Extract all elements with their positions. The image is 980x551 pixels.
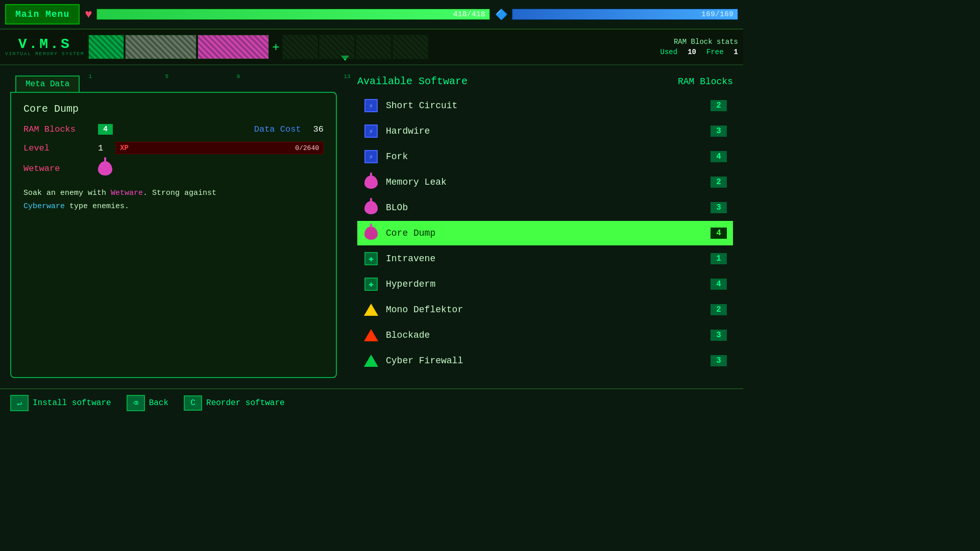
health-bar-container: ♥ 418/418 [85,8,490,21]
hyperderm-icon: ✚ [363,277,379,292]
ram-segment-empty-4 [393,35,428,59]
ram-stats-detail: Used 10 Free 1 [626,48,738,56]
ram-used-value: 10 [688,48,696,56]
short-circuit-icon: ⚡ [363,98,379,113]
reorder-software-button[interactable]: C Reorder software [184,395,285,411]
blob-icon [363,200,379,215]
hp-bar: 418/418 [96,9,490,20]
vms-logo: V.M.S VIRTUAL MEMORY SYSTEM [5,37,84,57]
ram-segment-pink [198,35,269,59]
meta-panel: Meta Data Core Dump RAM Blocks 4 Data Co… [0,65,347,388]
vms-subtitle: VIRTUAL MEMORY SYSTEM [5,52,84,57]
software-item-hardwire[interactable]: ⚡ Hardwire 3 [357,119,733,143]
software-item-intravene[interactable]: ✚ Intravene 1 [357,246,733,271]
sw-ram-hyperderm: 4 [710,279,727,290]
install-key-symbol: ↵ [17,398,22,408]
wetware-icon [98,161,112,176]
software-title: Available Software [357,76,468,87]
ram-free-value: 1 [734,48,738,56]
mana-bar-container: 🔷 169/169 [495,8,738,21]
mono-deflektor-icon [363,302,379,317]
main-menu-button[interactable]: Main Menu [5,4,80,24]
ram-num-5: 5 [165,73,168,80]
software-item-cyber-firewall[interactable]: Cyber Firewall 3 [357,348,733,373]
fork-icon: ⚡ [363,149,379,164]
mp-text: 169/169 [701,10,733,19]
ram-blocks-row: + 1 5 9 13 [88,30,622,64]
top-bar: Main Menu ♥ 418/418 🔷 169/169 [0,0,743,30]
ram-add-button[interactable]: + [270,40,281,54]
software-item-hyperderm[interactable]: ✚ Hyperderm 4 [357,272,733,296]
xp-label: XP [120,144,129,152]
software-item-memory-leak[interactable]: Memory Leak 2 [357,170,733,194]
meta-wetware-row: Wetware [23,161,324,176]
meta-tab[interactable]: Meta Data [15,76,80,92]
ram-segment-empty-2 [319,35,355,59]
software-list: ⚡ Short Circuit 2 ⚡ Hardwire 3 ⚡ Fork 4 [357,93,733,383]
software-header: Available Software RAM Blocks [357,76,733,87]
ram-used-label: Used [660,48,678,56]
install-software-button[interactable]: ↵ Install software [10,395,111,411]
sw-ram-cyber-firewall: 3 [710,355,727,366]
meta-ram-value: 4 [98,124,113,135]
sw-name-cyber-firewall: Cyber Firewall [386,356,710,366]
sw-ram-short-circuit: 2 [710,100,727,111]
desc-wetware: Wetware [111,189,143,197]
sw-ram-intravene: 1 [710,253,727,264]
sw-name-hyperderm: Hyperderm [386,279,710,289]
sw-ram-memory-leak: 2 [710,177,727,188]
desc-line2: . Strong against [143,189,216,197]
ram-blocks-column-header: RAM Blocks [678,77,733,87]
sw-name-blob: BLOb [386,203,710,213]
sw-ram-core-dump: 4 [710,228,727,239]
xp-bar-wrapper: XP 0/2640 [115,142,324,154]
software-item-blob[interactable]: BLOb 3 [357,195,733,220]
sw-ram-blockade: 3 [710,330,727,341]
hardwire-icon: ⚡ [363,123,379,139]
meta-ram-label: RAM Blocks [23,124,90,134]
cyber-firewall-icon [363,353,379,368]
description-text: Soak an enemy with Wetware. Strong again… [23,187,324,213]
desc-cyberware: Cyberware [23,202,65,211]
ram-num-1: 1 [88,73,92,80]
software-item-core-dump[interactable]: Core Dump 4 [357,221,733,245]
sw-name-memory-leak: Memory Leak [386,177,710,187]
back-button[interactable]: ⌫ Back [127,395,168,411]
reorder-key-symbol: C [190,398,195,408]
sw-ram-fork: 4 [710,151,727,162]
ram-free-label: Free [706,48,724,56]
desc-line1: Soak an enemy with [23,189,111,197]
back-key-symbol: ⌫ [133,398,138,408]
sw-name-intravene: Intravene [386,254,710,264]
software-item-fork[interactable]: ⚡ Fork 4 [357,144,733,169]
sw-ram-hardwire: 3 [710,126,727,137]
ram-num-9: 9 [236,73,240,80]
meta-ram-row: RAM Blocks 4 Data Cost 36 [23,124,324,135]
software-item-mono-deflektor[interactable]: Mono Deflektor 2 [357,297,733,322]
reorder-key-icon: C [184,395,202,411]
sw-name-short-circuit: Short Circuit [386,101,710,111]
ram-stats-title: RAM Block stats [626,38,738,46]
core-dump-icon [363,226,379,241]
install-label: Install software [33,398,111,408]
back-key-icon: ⌫ [127,395,145,411]
meta-level-label: Level [23,143,90,153]
meta-item-title: Core Dump [23,103,324,115]
ram-stats-panel: RAM Block stats Used 10 Free 1 [626,38,738,56]
sw-ram-blob: 3 [710,202,727,213]
bottom-bar: ↵ Install software ⌫ Back C Reorder soft… [0,388,743,416]
sw-name-fork: Fork [386,152,710,162]
meta-level-row: Level 1 XP 0/2640 [23,142,324,154]
software-item-short-circuit[interactable]: ⚡ Short Circuit 2 [357,93,733,118]
install-key-icon: ↵ [10,395,29,411]
hp-bar-fill [97,9,489,19]
meta-data-cost-label: Data Cost [254,124,301,134]
ram-num-13: 13 [344,73,350,80]
software-item-blockade[interactable]: Blockade 3 [357,323,733,347]
sw-name-mono-deflektor: Mono Deflektor [386,305,710,315]
ram-segment-empty-1 [282,35,318,59]
memory-leak-icon [363,174,379,190]
sw-ram-mono-deflektor: 2 [710,304,727,315]
software-panel: Available Software RAM Blocks ⚡ Short Ci… [347,65,743,388]
back-label: Back [149,398,168,408]
